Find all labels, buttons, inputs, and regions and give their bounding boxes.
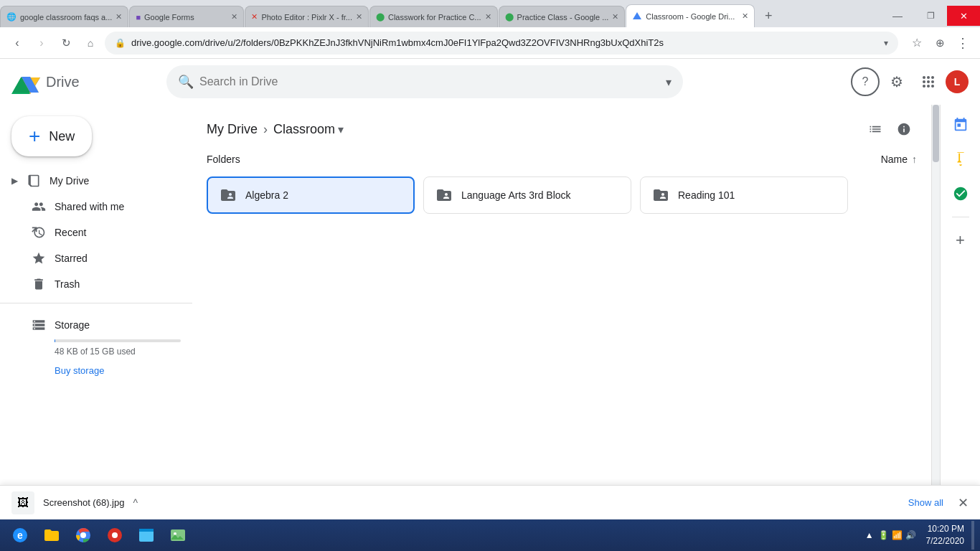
taskbar-photo-button[interactable] [164, 521, 192, 550]
folder-card-language-arts[interactable]: Language Arts 3rd Block [423, 176, 631, 214]
help-button[interactable]: ? [851, 67, 880, 96]
new-button[interactable]: + New [11, 116, 92, 156]
tasks-button[interactable] [946, 179, 975, 208]
svg-point-23 [112, 532, 118, 538]
drive-logo[interactable]: Drive [11, 70, 155, 94]
breadcrumb-actions [862, 116, 917, 142]
search-input[interactable] [199, 75, 660, 88]
bookmark-icon[interactable]: ☆ [907, 33, 927, 53]
dropdown-icon[interactable]: ▾ [884, 38, 888, 48]
show-desktop-button[interactable] [971, 521, 974, 550]
breadcrumb-dropdown-icon[interactable]: ▾ [338, 123, 344, 136]
svg-point-21 [80, 532, 86, 538]
tab-2-close[interactable]: ✕ [231, 12, 237, 22]
header-icons: ? ⚙ L [851, 67, 969, 96]
tab-5[interactable]: ⬤ Practice Class - Google ... ✕ [499, 6, 626, 27]
tab-6-icon [632, 11, 642, 22]
keep-button[interactable] [946, 145, 975, 174]
tab-3-close[interactable]: ✕ [356, 12, 362, 22]
url-bar[interactable]: 🔒 drive.google.com/drive/u/2/folders/0Bz… [105, 32, 898, 55]
taskbar-chrome-button[interactable] [69, 521, 98, 550]
right-sidebar-plus-button[interactable]: + [946, 226, 975, 255]
search-bar[interactable]: 🔍 ▾ [166, 65, 683, 98]
new-tab-button[interactable]: + [758, 6, 778, 26]
show-all-button[interactable]: Show all [908, 497, 943, 508]
maximize-button[interactable]: ❐ [914, 6, 947, 26]
tab-5-icon: ⬤ [505, 12, 514, 22]
buy-storage-link[interactable]: Buy storage [55, 365, 192, 376]
folder-name-algebra2: Algebra 2 [245, 189, 288, 201]
storage-info: 48 KB of 15 GB used [55, 347, 181, 357]
calendar-button[interactable] [946, 110, 975, 139]
storage-label: Storage [32, 318, 181, 332]
taskbar-explorer-button[interactable] [37, 521, 66, 550]
calendar-icon [953, 117, 969, 133]
search-dropdown-icon[interactable]: ▾ [666, 75, 672, 89]
tab-3[interactable]: ✕ Photo Editor : Pixlr X - fr... ✕ [245, 6, 369, 27]
info-icon [897, 122, 911, 136]
photo-icon [169, 527, 187, 544]
right-sidebar-divider [952, 217, 969, 217]
list-view-button[interactable] [862, 116, 888, 142]
folder-card-reading101[interactable]: Reading 101 [640, 176, 848, 214]
tab-5-close[interactable]: ✕ [612, 12, 618, 22]
address-bar: ‹ › ↻ ⌂ 🔒 drive.google.com/drive/u/2/fol… [0, 27, 980, 59]
home-button[interactable]: ⌂ [80, 33, 100, 53]
sidebar-divider [0, 303, 192, 303]
address-actions: ☆ ⊕ ⋮ [907, 33, 973, 53]
taskbar-chrome2-button[interactable] [100, 521, 129, 550]
tab-4-close[interactable]: ✕ [485, 12, 491, 22]
reload-button[interactable]: ↻ [56, 33, 76, 53]
breadcrumb: My Drive › Classroom ▾ [192, 105, 931, 148]
svg-point-13 [927, 80, 930, 83]
recent-icon [32, 225, 46, 240]
new-plus-icon: + [29, 126, 40, 146]
tab-6-close[interactable]: ✕ [742, 11, 748, 21]
settings-button[interactable]: ⚙ [882, 67, 911, 96]
taskbar-browser-button[interactable] [132, 521, 161, 550]
tab-6-title: Classroom - Google Dri... [646, 12, 738, 21]
taskbar-ie-button[interactable]: e [6, 521, 34, 550]
sort-label: Name [881, 154, 908, 165]
tab-2-icon: ■ [136, 13, 141, 22]
search-icon: 🔍 [178, 74, 194, 90]
tray-icons: 🔋 📶 🔊 [878, 530, 916, 540]
close-button[interactable]: ✕ [947, 6, 980, 26]
breadcrumb-current[interactable]: Classroom ▾ [273, 122, 344, 137]
drive-header: Drive 🔍 ▾ ? ⚙ L [0, 59, 980, 105]
sidebar-item-my-drive[interactable]: ▶ My Drive [0, 168, 184, 194]
sidebar-item-recent[interactable]: Recent [0, 220, 184, 245]
new-button-label: New [49, 129, 75, 144]
sort-control[interactable]: Name ↑ [881, 154, 917, 165]
minimize-button[interactable]: — [881, 6, 914, 26]
folder-card-algebra2[interactable]: Algebra 2 [207, 176, 415, 214]
list-view-icon [868, 122, 882, 136]
sidebar-item-shared-label: Shared with me [55, 201, 124, 212]
tab-1-close[interactable]: ✕ [116, 12, 122, 22]
taskbar-time: 10:20 PM [926, 523, 964, 535]
tab-bar: 🌐 google classroom faqs a... ✕ ■ Google … [0, 0, 980, 27]
sidebar-item-trash[interactable]: Trash [0, 271, 184, 297]
scrollbar-thumb[interactable] [933, 105, 939, 162]
network-icon: 📶 [892, 530, 903, 540]
tab-6[interactable]: Classroom - Google Dri... ✕ [626, 4, 755, 27]
menu-icon[interactable]: ⋮ [953, 33, 973, 53]
storage-section: Storage 48 KB of 15 GB used [0, 309, 192, 365]
tab-2[interactable]: ■ Google Forms ✕ [129, 6, 244, 27]
apps-button[interactable] [914, 67, 943, 96]
breadcrumb-parent[interactable]: My Drive [207, 122, 258, 137]
tab-1[interactable]: 🌐 google classroom faqs a... ✕ [0, 6, 128, 27]
sidebar-item-shared-with-me[interactable]: Shared with me [0, 194, 184, 220]
scrollbar[interactable] [931, 105, 940, 512]
back-button[interactable]: ‹ [7, 33, 27, 53]
tab-4[interactable]: ⬤ Classwork for Practice C... ✕ [369, 6, 498, 27]
my-drive-icon [27, 174, 41, 188]
avatar[interactable]: L [946, 70, 969, 93]
forward-button[interactable]: › [32, 33, 52, 53]
download-chevron-icon[interactable]: ^ [133, 497, 138, 509]
download-close-button[interactable]: ✕ [958, 495, 969, 511]
sidebar-item-starred[interactable]: Starred [0, 245, 184, 271]
info-button[interactable] [891, 116, 917, 142]
zoom-icon[interactable]: ⊕ [930, 33, 950, 53]
folder-name-reading101: Reading 101 [678, 189, 735, 201]
